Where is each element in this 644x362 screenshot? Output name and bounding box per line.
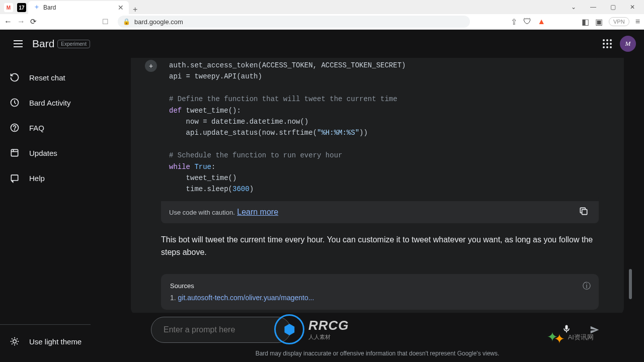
brave-icon[interactable]: ▲ <box>537 17 545 26</box>
wallet-icon[interactable]: ▣ <box>595 17 603 27</box>
menu-icon[interactable]: ≡ <box>635 17 640 26</box>
faq-icon <box>9 122 20 133</box>
sidebar-item-theme[interactable]: Use light theme <box>0 329 115 354</box>
sidebar-item-updates[interactable]: Updates <box>0 140 115 165</box>
disclaimer: Bard may display inaccurate or offensive… <box>121 347 634 362</box>
chevron-down-icon[interactable]: ⌄ <box>567 2 580 13</box>
sidebar-label: FAQ <box>29 124 44 132</box>
mic-button[interactable] <box>561 324 572 336</box>
sources-box: Sources 1. git.autosoft-tech.com/oliver.… <box>161 274 599 310</box>
code-block: auth.set_access_token(ACCESS_TOKEN, ACCE… <box>161 58 599 201</box>
sidebar-item-help[interactable]: Help <box>0 165 115 191</box>
source-link[interactable]: git.autosoft-tech.com/oliver.yuan/magent… <box>178 294 314 302</box>
svg-rect-16 <box>582 209 587 214</box>
hamburger-icon <box>14 40 23 47</box>
address-bar[interactable]: 🔒 bard.google.com <box>118 16 470 28</box>
sidebar-item-reset[interactable]: Reset chat <box>0 65 115 90</box>
tv-tab-icon[interactable]: 17 <box>17 3 26 12</box>
theme-icon <box>9 336 20 347</box>
scrollbar-thumb[interactable] <box>629 269 632 299</box>
tab-close-button[interactable]: ✕ <box>118 4 124 12</box>
gmail-tab-icon[interactable]: M <box>4 3 13 12</box>
avatar[interactable]: M <box>620 36 636 52</box>
active-tab[interactable]: Bard ✕ <box>28 1 129 14</box>
app-header: Bard Experiment M <box>0 30 644 58</box>
sidebar-divider <box>0 324 91 325</box>
forward-button[interactable]: → <box>17 17 25 26</box>
reset-icon <box>9 72 20 83</box>
caution-text: Use code with caution. <box>169 209 235 216</box>
sidebar-label: Bard Activity <box>29 99 71 107</box>
tab-title: Bard <box>43 4 56 11</box>
share-icon[interactable]: ⇪ <box>511 17 517 27</box>
experiment-badge: Experiment <box>57 40 90 48</box>
sidebar-bottom: Use light theme <box>0 320 121 362</box>
url-text: bard.google.com <box>134 18 183 26</box>
source-item: 1. git.autosoft-tech.com/oliver.yuan/mag… <box>170 294 590 302</box>
new-tab-button[interactable]: + <box>129 5 141 14</box>
vpn-badge[interactable]: VPN <box>609 17 629 26</box>
prompt-wrapper <box>151 317 580 343</box>
theme-label: Use light theme <box>29 337 82 346</box>
back-button[interactable]: ← <box>4 17 12 26</box>
apps-grid-icon[interactable] <box>603 39 612 48</box>
bookmark-icon[interactable]: ☐ <box>102 18 109 26</box>
svg-point-7 <box>13 340 17 343</box>
response-text: This bot will tweet the current time eve… <box>131 223 624 269</box>
svg-rect-6 <box>11 175 18 180</box>
code-footer: Use code with caution. Learn more <box>161 201 599 223</box>
input-area <box>121 313 634 347</box>
sidebar-panel-icon[interactable]: ◧ <box>582 17 589 27</box>
sources-title: Sources <box>170 282 590 290</box>
sidebar-item-faq[interactable]: FAQ <box>0 115 115 140</box>
activity-icon <box>9 97 20 108</box>
learn-more-link[interactable]: Learn more <box>237 208 278 216</box>
app-container: Reset chat Bard Activity FAQ Updates Hel… <box>0 30 644 362</box>
reload-button[interactable]: ⟳ <box>30 17 37 26</box>
header-right: M <box>603 36 636 52</box>
help-icon <box>9 172 20 184</box>
sidebar-label: Help <box>29 174 45 183</box>
window-controls: ⌄ — ▢ ✕ <box>567 2 644 13</box>
copy-button[interactable] <box>579 206 591 218</box>
minimize-button[interactable]: — <box>586 2 600 13</box>
svg-rect-3 <box>11 149 18 156</box>
lock-icon: 🔒 <box>123 18 130 25</box>
brand-name: Bard <box>32 38 54 50</box>
maximize-button[interactable]: ▢ <box>606 2 620 13</box>
svg-line-15 <box>17 338 18 339</box>
scroll-region[interactable]: + auth.set_access_token(ACCESS_TOKEN, AC… <box>121 58 634 313</box>
svg-line-14 <box>12 343 13 344</box>
sidebar-label: Updates <box>29 149 57 157</box>
updates-icon <box>9 147 20 158</box>
info-icon[interactable]: ⓘ <box>583 281 591 292</box>
main-content: + auth.set_access_token(ACCESS_TOKEN, AC… <box>121 30 634 362</box>
svg-line-12 <box>12 338 13 339</box>
shield-icon[interactable]: 🛡 <box>523 17 531 26</box>
sidebar-item-activity[interactable]: Bard Activity <box>0 90 115 115</box>
browser-titlebar: M 17 Bard ✕ + ⌄ — ▢ ✕ <box>0 0 644 14</box>
close-window-button[interactable]: ✕ <box>626 2 639 13</box>
add-button[interactable]: + <box>145 60 157 72</box>
svg-point-2 <box>15 130 15 130</box>
tab-strip: M 17 Bard ✕ + <box>0 0 141 14</box>
menu-button[interactable] <box>8 34 28 54</box>
svg-line-13 <box>17 343 18 344</box>
sidebar-label: Reset chat <box>29 73 65 82</box>
prompt-input[interactable] <box>151 317 291 343</box>
conversation: + auth.set_access_token(ACCESS_TOKEN, AC… <box>131 58 624 313</box>
toolbar-right: ⇪ 🛡 ▲ ◧ ▣ VPN ≡ <box>511 17 640 27</box>
sidebar: Reset chat Bard Activity FAQ Updates Hel… <box>0 30 121 362</box>
send-button[interactable] <box>586 321 604 339</box>
browser-toolbar: ← → ⟳ ☐ 🔒 bard.google.com ⇪ 🛡 ▲ ◧ ▣ VPN … <box>0 14 644 30</box>
bard-tab-icon <box>33 4 40 11</box>
code-content[interactable]: auth.set_access_token(ACCESS_TOKEN, ACCE… <box>161 58 599 201</box>
